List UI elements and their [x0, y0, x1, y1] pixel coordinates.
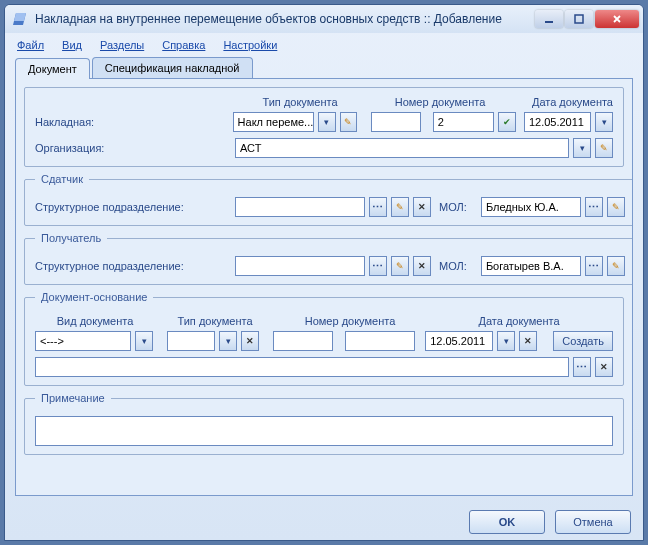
basis-fieldset: Документ-основание Вид документа Тип док…: [24, 291, 624, 386]
basis-type-input[interactable]: [167, 331, 215, 351]
doc-date-input[interactable]: 12.05.2011: [524, 112, 591, 132]
basis-type-dropdown-icon[interactable]: ▾: [219, 331, 237, 351]
window-controls: [535, 10, 639, 28]
hdr-doc-date: Дата документа: [515, 96, 613, 108]
svg-rect-1: [575, 15, 583, 23]
app-window: Накладная на внутреннее перемещение объе…: [4, 4, 644, 541]
menu-settings[interactable]: Настройки: [223, 39, 277, 51]
doc-number-check-icon[interactable]: ✔: [498, 112, 516, 132]
menu-view[interactable]: Вид: [62, 39, 82, 51]
note-input[interactable]: [35, 416, 613, 446]
sender-struct-dots-icon[interactable]: ⋯: [369, 197, 387, 217]
dialog-buttons: OK Отмена: [5, 504, 643, 540]
receiver-mol-dots-icon[interactable]: ⋯: [585, 256, 603, 276]
basis-prefix-input[interactable]: [273, 331, 333, 351]
doc-date-dropdown-icon[interactable]: ▾: [595, 112, 613, 132]
hdr-doc-type: Тип документа: [235, 96, 365, 108]
sender-mol-lbl: МОЛ:: [439, 201, 467, 213]
basis-hdr-date: Дата документа: [425, 315, 613, 327]
column-headers: Тип документа Номер документа Дата докум…: [35, 96, 613, 108]
basis-date-dropdown-icon[interactable]: ▾: [497, 331, 515, 351]
doc-type-dropdown-icon[interactable]: ▾: [318, 112, 336, 132]
sender-struct-lbl: Структурное подразделение:: [35, 201, 231, 213]
menu-sections[interactable]: Разделы: [100, 39, 144, 51]
basis-date-input[interactable]: 12.05.2011: [425, 331, 493, 351]
cancel-button[interactable]: Отмена: [555, 510, 631, 534]
receiver-struct-input[interactable]: [235, 256, 365, 276]
hdr-doc-number: Номер документа: [365, 96, 515, 108]
menu-help[interactable]: Справка: [162, 39, 205, 51]
receiver-struct-dots-icon[interactable]: ⋯: [369, 256, 387, 276]
org-input[interactable]: АСТ: [235, 138, 569, 158]
receiver-fieldset: Получатель Структурное подразделение: ⋯ …: [24, 232, 633, 285]
sender-mol-input[interactable]: Бледных Ю.А.: [481, 197, 581, 217]
receiver-mol-edit-icon[interactable]: ✎: [607, 256, 625, 276]
close-button[interactable]: [595, 10, 639, 28]
titlebar: Накладная на внутреннее перемещение объе…: [5, 5, 643, 33]
doc-type-edit-icon[interactable]: ✎: [340, 112, 358, 132]
window-title: Накладная на внутреннее перемещение объе…: [35, 12, 535, 26]
receiver-mol-input[interactable]: Богатырев В.А.: [481, 256, 581, 276]
sender-fieldset: Сдатчик Структурное подразделение: ⋯ ✎ ✕…: [24, 173, 633, 226]
basis-kind-dropdown-icon[interactable]: ▾: [135, 331, 153, 351]
create-button[interactable]: Создать: [553, 331, 613, 351]
lbl-invoice: Накладная:: [35, 116, 229, 128]
tab-document[interactable]: Документ: [15, 58, 90, 79]
sender-struct-clear-icon[interactable]: ✕: [413, 197, 431, 217]
basis-kind-input[interactable]: <--->: [35, 331, 131, 351]
svg-rect-0: [545, 21, 553, 23]
minimize-button[interactable]: [535, 10, 563, 28]
main-panel: Тип документа Номер документа Дата докум…: [24, 87, 624, 167]
doc-number-input[interactable]: 2: [433, 112, 494, 132]
tabbar: Документ Спецификация накладной: [5, 57, 643, 78]
receiver-mol-lbl: МОЛ:: [439, 260, 467, 272]
app-icon: [13, 11, 29, 27]
basis-text-clear-icon[interactable]: ✕: [595, 357, 613, 377]
sender-struct-edit-icon[interactable]: ✎: [391, 197, 409, 217]
sender-struct-input[interactable]: [235, 197, 365, 217]
basis-hdr-type: Тип документа: [155, 315, 275, 327]
menu-file[interactable]: Файл: [17, 39, 44, 51]
org-dropdown-icon[interactable]: ▾: [573, 138, 591, 158]
basis-hdr-number: Номер документа: [275, 315, 425, 327]
maximize-button[interactable]: [565, 10, 593, 28]
sender-mol-edit-icon[interactable]: ✎: [607, 197, 625, 217]
lbl-org: Организация:: [35, 142, 231, 154]
ok-button[interactable]: OK: [469, 510, 545, 534]
doc-number-prefix-input[interactable]: [371, 112, 421, 132]
basis-date-clear-icon[interactable]: ✕: [519, 331, 537, 351]
basis-legend: Документ-основание: [35, 291, 153, 303]
basis-number-input[interactable]: [345, 331, 415, 351]
basis-type-clear-icon[interactable]: ✕: [241, 331, 259, 351]
tab-spec[interactable]: Спецификация накладной: [92, 57, 253, 78]
doc-type-input[interactable]: Накл переме...: [233, 112, 314, 132]
menubar: Файл Вид Разделы Справка Настройки: [5, 33, 643, 57]
content-area: Тип документа Номер документа Дата докум…: [15, 78, 633, 496]
basis-text-dots-icon[interactable]: ⋯: [573, 357, 591, 377]
basis-hdr-kind: Вид документа: [35, 315, 155, 327]
sender-legend: Сдатчик: [35, 173, 89, 185]
basis-headers: Вид документа Тип документа Номер докуме…: [35, 315, 613, 327]
receiver-struct-clear-icon[interactable]: ✕: [413, 256, 431, 276]
sender-mol-dots-icon[interactable]: ⋯: [585, 197, 603, 217]
note-legend: Примечание: [35, 392, 111, 404]
receiver-legend: Получатель: [35, 232, 107, 244]
note-fieldset: Примечание: [24, 392, 624, 455]
receiver-struct-edit-icon[interactable]: ✎: [391, 256, 409, 276]
receiver-struct-lbl: Структурное подразделение:: [35, 260, 231, 272]
basis-text-input[interactable]: [35, 357, 569, 377]
org-edit-icon[interactable]: ✎: [595, 138, 613, 158]
